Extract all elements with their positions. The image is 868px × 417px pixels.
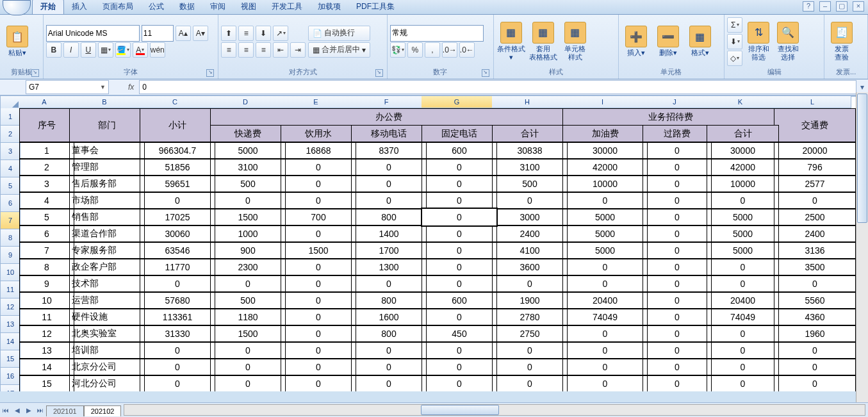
cell-L3[interactable]: 20000	[774, 142, 856, 159]
name-box-dropdown[interactable]: ▼	[100, 84, 106, 90]
cell-H12[interactable]: 1900	[492, 291, 568, 309]
cell-D15[interactable]: 0	[210, 341, 286, 359]
cell-G7[interactable]: 0	[422, 208, 497, 226]
cell-I15[interactable]: 0	[562, 341, 648, 359]
sheet-tab-202102[interactable]: 202102	[84, 405, 122, 416]
cell-J14[interactable]: 0	[643, 325, 712, 343]
row-header-10[interactable]: 10	[0, 264, 20, 281]
cell-K13[interactable]: 74049	[707, 308, 779, 326]
cell-A6[interactable]: 4	[19, 192, 74, 209]
cell-K8[interactable]: 5000	[707, 225, 779, 243]
spreadsheet-grid[interactable]: ABCDEFGHIJKL 1234567891011121314151617 序…	[0, 95, 868, 391]
col-header-E[interactable]: E	[281, 95, 352, 108]
accounting-format-button[interactable]: 💱	[390, 42, 405, 58]
cell-I13[interactable]: 74049	[562, 308, 648, 326]
merge-center-button[interactable]: ▦合并后居中▾	[308, 42, 370, 58]
cell-D4[interactable]: 3100	[210, 158, 286, 176]
cell-E3[interactable]: 16868	[281, 142, 356, 159]
cell-J6[interactable]: 0	[643, 192, 712, 209]
bold-button[interactable]: B	[46, 42, 61, 58]
cell-J9[interactable]: 0	[643, 241, 712, 259]
cell-B5[interactable]: 售后服务部	[69, 175, 145, 193]
font-name-combo[interactable]	[46, 25, 140, 42]
align-bottom-button[interactable]: ⬇	[256, 26, 271, 41]
cell-E14[interactable]: 0	[281, 325, 356, 343]
format-cells-button[interactable]: ▦格式▾	[685, 19, 715, 65]
sheet-nav-first[interactable]: ⏮	[0, 404, 12, 416]
cell-I5[interactable]: 10000	[562, 175, 648, 193]
cell-H15[interactable]: 0	[492, 341, 568, 359]
cell-I14[interactable]: 0	[562, 325, 648, 343]
cell-G5[interactable]: 0	[422, 175, 497, 193]
cell-I3[interactable]: 30000	[562, 142, 648, 159]
cell-C14[interactable]: 31330	[140, 325, 215, 343]
cell-G8[interactable]: 0	[422, 225, 497, 243]
cell-F5[interactable]: 0	[351, 175, 427, 193]
ribbon-tab-9[interactable]: PDF工具集	[348, 0, 402, 14]
orientation-button[interactable]: ↗	[273, 26, 288, 41]
cell-H9[interactable]: 4100	[492, 241, 568, 259]
increase-indent-button[interactable]: ⇥	[290, 42, 306, 58]
cell-H2[interactable]: 合计	[492, 125, 568, 143]
cell-C13[interactable]: 113361	[140, 308, 215, 326]
cell-H11[interactable]: 0	[492, 275, 568, 293]
align-middle-button[interactable]: ≡	[238, 26, 254, 41]
cell-B3[interactable]: 董事会	[69, 142, 145, 159]
cell-A3[interactable]: 1	[19, 142, 74, 159]
cell-styles-button[interactable]: ▦单元格 样式	[561, 19, 590, 65]
row-header-4[interactable]: 4	[0, 160, 20, 177]
cell-E6[interactable]: 0	[281, 192, 356, 209]
cell-J11[interactable]: 0	[643, 275, 712, 293]
invoice-check-button[interactable]: 🧾发票 查验	[827, 19, 856, 65]
cell-C5[interactable]: 59651	[140, 175, 215, 193]
cell-G12[interactable]: 600	[422, 291, 497, 309]
cell-J16[interactable]: 0	[643, 358, 712, 376]
cell-C8[interactable]: 30060	[140, 225, 215, 243]
paste-button[interactable]: 📋 粘贴▾	[3, 19, 32, 65]
cell-K6[interactable]: 0	[707, 192, 779, 209]
ribbon-tab-2[interactable]: 页面布局	[95, 0, 141, 14]
cell-F10[interactable]: 1300	[351, 258, 427, 276]
col-header-K[interactable]: K	[707, 95, 774, 108]
cell-A9[interactable]: 7	[19, 241, 74, 259]
cell-A5[interactable]: 3	[19, 175, 74, 193]
cell-C15[interactable]: 0	[140, 341, 215, 359]
cell-I17[interactable]: 0	[562, 375, 648, 391]
cell-B13[interactable]: 硬件设施	[69, 308, 145, 326]
cell-L16[interactable]: 0	[774, 358, 856, 376]
clipboard-dialog-launcher[interactable]: ↘	[31, 69, 39, 77]
cell-I10[interactable]: 0	[562, 258, 648, 276]
cell-K12[interactable]: 20400	[707, 291, 779, 309]
number-dialog-launcher[interactable]: ↘	[482, 69, 489, 77]
cell-E11[interactable]: 0	[281, 275, 356, 293]
cell-G17[interactable]: 0	[422, 375, 497, 391]
cell-A13[interactable]: 11	[19, 308, 74, 326]
cell-D12[interactable]: 500	[210, 291, 286, 309]
decrease-font-button[interactable]: A▾	[193, 26, 208, 41]
select-all-corner[interactable]	[0, 95, 20, 110]
cell-J7[interactable]: 0	[643, 208, 712, 226]
row-header-9[interactable]: 9	[0, 247, 20, 264]
cell-H16[interactable]: 0	[492, 358, 568, 376]
cell-G15[interactable]: 0	[422, 341, 497, 359]
cell-L10[interactable]: 3500	[774, 258, 856, 276]
cell-J4[interactable]: 0	[643, 158, 712, 176]
cell-H3[interactable]: 30838	[492, 142, 568, 159]
cell-F16[interactable]: 0	[351, 358, 427, 376]
horizontal-scrollbar[interactable]	[124, 404, 865, 416]
insert-cells-button[interactable]: ➕插入▾	[621, 19, 651, 65]
cell-D10[interactable]: 2300	[210, 258, 286, 276]
cell-G13[interactable]: 0	[422, 308, 497, 326]
cell-L9[interactable]: 3136	[774, 241, 856, 259]
percent-button[interactable]: %	[407, 42, 423, 58]
cell-I6[interactable]: 0	[562, 192, 648, 209]
cell-J17[interactable]: 0	[643, 375, 712, 391]
cell-A11[interactable]: 9	[19, 275, 74, 293]
align-top-button[interactable]: ⬆	[221, 26, 236, 41]
col-header-B[interactable]: B	[69, 95, 140, 108]
cell-E9[interactable]: 1500	[281, 241, 356, 259]
cell-C10[interactable]: 11770	[140, 258, 215, 276]
cell-G11[interactable]: 0	[422, 275, 497, 293]
cell-I9[interactable]: 5000	[562, 241, 648, 259]
cell-L14[interactable]: 1960	[774, 325, 856, 343]
